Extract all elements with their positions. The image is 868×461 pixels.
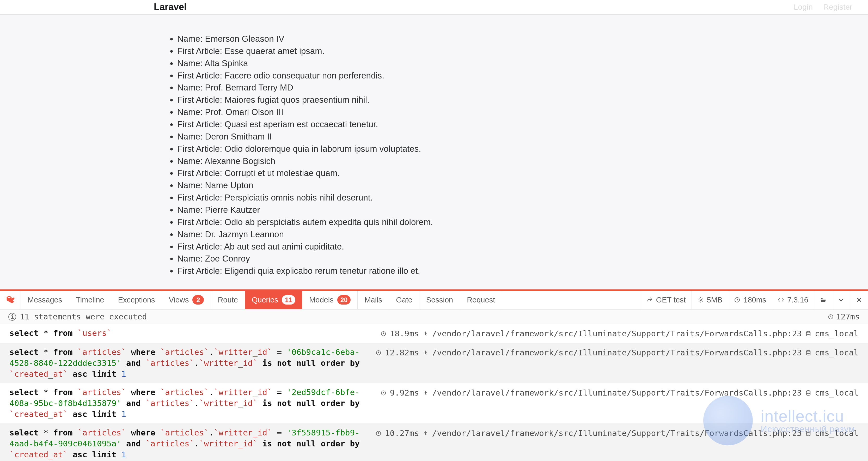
tab-views[interactable]: Views 2 bbox=[162, 291, 211, 309]
svg-point-8 bbox=[806, 391, 810, 392]
list-item: Name: Pierre Kautzer bbox=[177, 204, 868, 216]
laravel-logo-icon[interactable] bbox=[0, 291, 21, 309]
topbar: Laravel Login Register bbox=[0, 0, 868, 14]
query-meta: 10.27ms/vendor/laravel/framework/src/Ill… bbox=[376, 427, 859, 439]
tab-exceptions[interactable]: Exceptions bbox=[111, 291, 162, 309]
tab-route[interactable]: Route bbox=[211, 291, 245, 309]
pin-icon bbox=[423, 390, 429, 396]
query-time: 9.92ms bbox=[390, 388, 419, 398]
svg-point-4 bbox=[806, 331, 810, 333]
folder-open-icon bbox=[820, 297, 826, 303]
close-button[interactable] bbox=[850, 291, 868, 309]
code-icon bbox=[778, 297, 784, 303]
tab-models-badge: 20 bbox=[337, 295, 351, 305]
tab-views-label: Views bbox=[169, 296, 189, 304]
svg-point-0 bbox=[700, 299, 702, 301]
list-item: First Article: Esse quaerat amet ipsam. bbox=[177, 45, 868, 57]
stat-route-value: GET test bbox=[656, 296, 686, 304]
svg-point-10 bbox=[806, 431, 810, 433]
query-sql: select * from `articles` where `articles… bbox=[9, 347, 365, 380]
tab-queries-badge: 11 bbox=[282, 295, 295, 305]
tab-models[interactable]: Models 20 bbox=[302, 291, 358, 309]
login-link[interactable]: Login bbox=[794, 3, 813, 11]
clock-icon bbox=[376, 430, 381, 436]
tab-queries-label: Queries bbox=[252, 296, 278, 304]
database-icon bbox=[805, 390, 811, 396]
list-item: First Article: Ab aut sed aut animi cupi… bbox=[177, 241, 868, 253]
clock-icon bbox=[380, 390, 386, 396]
brand-title: Laravel bbox=[154, 2, 187, 12]
info-icon: i bbox=[8, 313, 16, 321]
debugbar-nav: Messages Timeline Exceptions Views 2 Rou… bbox=[0, 291, 868, 309]
query-meta: 9.92ms/vendor/laravel/framework/src/Illu… bbox=[380, 387, 859, 398]
query-sql: select * from `articles` where `articles… bbox=[9, 427, 365, 460]
stat-memory[interactable]: 5MB bbox=[691, 291, 728, 309]
tab-messages[interactable]: Messages bbox=[21, 291, 69, 309]
tab-mails[interactable]: Mails bbox=[358, 291, 389, 309]
info-text: 11 statements were executed bbox=[20, 312, 147, 321]
content-list: Name: Emerson Gleason IVFirst Article: E… bbox=[177, 33, 868, 277]
register-link[interactable]: Register bbox=[823, 3, 852, 11]
list-item: First Article: Quasi est aperiam est occ… bbox=[177, 118, 868, 131]
info-total-time: 127ms bbox=[836, 312, 860, 321]
tab-gate[interactable]: Gate bbox=[389, 291, 420, 309]
debugbar-infobar: i 11 statements were executed 127ms bbox=[0, 309, 868, 324]
tab-timeline[interactable]: Timeline bbox=[69, 291, 111, 309]
list-item: First Article: Perspiciatis omnis nobis … bbox=[177, 192, 868, 204]
stat-memory-value: 5MB bbox=[707, 296, 722, 304]
list-item: Name: Zoe Conroy bbox=[177, 253, 868, 265]
tab-views-badge: 2 bbox=[192, 295, 204, 305]
gear-icon bbox=[698, 297, 704, 303]
query-meta: 12.82ms/vendor/laravel/framework/src/Ill… bbox=[376, 347, 859, 358]
query-row[interactable]: select * from `articles` where `articles… bbox=[0, 343, 868, 383]
database-icon bbox=[805, 430, 811, 436]
tab-request[interactable]: Request bbox=[460, 291, 502, 309]
clock-icon bbox=[734, 297, 740, 303]
page-content: Name: Emerson Gleason IVFirst Article: E… bbox=[0, 14, 868, 277]
list-item: Name: Dr. Jazmyn Leannon bbox=[177, 228, 868, 241]
query-time: 12.82ms bbox=[385, 347, 419, 358]
svg-point-6 bbox=[806, 350, 810, 352]
query-sql: select * from `articles` where `articles… bbox=[9, 387, 370, 420]
list-item: First Article: Maiores fugiat quos praes… bbox=[177, 94, 868, 106]
pin-icon bbox=[423, 430, 429, 436]
clock-icon bbox=[380, 331, 386, 337]
share-icon bbox=[647, 297, 653, 303]
query-row[interactable]: select * from `users`18.9ms/vendor/larav… bbox=[0, 324, 868, 343]
query-row[interactable]: select * from `articles` where `articles… bbox=[0, 424, 868, 461]
list-item: First Article: Corrupti et ut molestiae … bbox=[177, 167, 868, 179]
query-path: /vendor/laravel/framework/src/Illuminate… bbox=[432, 388, 802, 398]
query-path: /vendor/laravel/framework/src/Illuminate… bbox=[432, 428, 802, 439]
query-row[interactable]: select * from `articles` where `articles… bbox=[0, 383, 868, 424]
stat-php-value: 7.3.16 bbox=[787, 296, 808, 304]
folder-button[interactable] bbox=[814, 291, 832, 309]
query-time: 10.27ms bbox=[385, 428, 419, 439]
pin-icon bbox=[423, 350, 429, 356]
query-path: /vendor/laravel/framework/src/Illuminate… bbox=[432, 328, 802, 339]
list-item: First Article: Facere odio consequatur n… bbox=[177, 70, 868, 82]
chevron-down-icon bbox=[838, 297, 844, 303]
list-item: Name: Name Upton bbox=[177, 179, 868, 192]
minimize-button[interactable] bbox=[832, 291, 850, 309]
list-item: Name: Alta Spinka bbox=[177, 57, 868, 70]
stat-time-value: 180ms bbox=[743, 296, 766, 304]
database-icon bbox=[805, 350, 811, 356]
query-time: 18.9ms bbox=[390, 328, 419, 339]
tab-queries[interactable]: Queries 11 bbox=[245, 291, 302, 309]
list-item: Name: Alexanne Bogisich bbox=[177, 155, 868, 167]
queries-list: select * from `users`18.9ms/vendor/larav… bbox=[0, 324, 868, 461]
list-item: Name: Prof. Omari Olson III bbox=[177, 106, 868, 118]
stat-route[interactable]: GET test bbox=[641, 291, 691, 309]
query-db: cms_local bbox=[815, 347, 859, 358]
clock-icon bbox=[376, 350, 381, 356]
query-db: cms_local bbox=[815, 388, 859, 398]
query-path: /vendor/laravel/framework/src/Illuminate… bbox=[432, 347, 802, 358]
stat-php[interactable]: 7.3.16 bbox=[772, 291, 814, 309]
query-db: cms_local bbox=[815, 428, 859, 439]
tab-session[interactable]: Session bbox=[420, 291, 460, 309]
database-icon bbox=[805, 331, 811, 337]
query-db: cms_local bbox=[815, 328, 859, 339]
stat-time[interactable]: 180ms bbox=[728, 291, 772, 309]
pin-icon bbox=[423, 331, 429, 337]
clock-icon bbox=[828, 314, 834, 320]
